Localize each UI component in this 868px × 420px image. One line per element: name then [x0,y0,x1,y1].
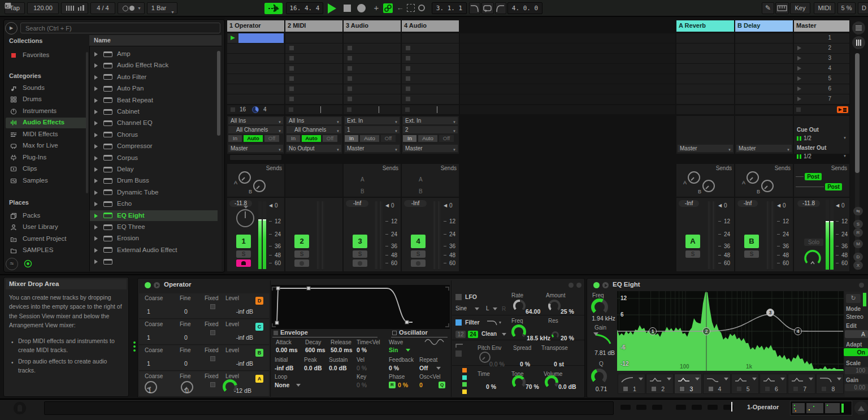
clip-slot[interactable] [344,94,401,104]
fader-handle-icon[interactable]: ◀ [777,203,783,209]
clip-play-button[interactable] [228,33,238,43]
track-header-3[interactable]: 3 Audio [344,20,401,32]
band-on-checkbox[interactable] [765,386,770,392]
loop-mode-selector[interactable]: None [275,382,304,389]
clip-detail-toggle-button[interactable] [854,401,868,415]
global-gain-field[interactable]: 0.00 [845,384,868,391]
arm-button[interactable] [236,259,251,267]
device-list-item-dynamic-tube[interactable]: Dynamic Tube [90,187,218,198]
output-selector[interactable]: Master▼ [345,145,400,152]
monitor-auto[interactable]: Auto [244,135,263,142]
sends-show-button[interactable]: S [853,220,863,228]
osc-indicator[interactable] [462,368,467,373]
computer-midi-keyboard-button[interactable] [775,2,789,14]
device-list-item-auto-filter[interactable]: Auto Filter [90,72,218,83]
output-selector[interactable]: Master▼ [403,145,458,152]
band-type-dropdown-icon[interactable] [809,378,813,380]
clip-slot[interactable] [227,84,284,94]
overdub-button[interactable]: D [858,2,868,14]
osc-select-b[interactable]: B [255,349,263,357]
solo-button[interactable]: S [685,250,700,258]
input-channel-selector[interactable]: All Channels▼ [228,126,283,133]
clip-slot[interactable] [227,44,284,53]
monitor-off[interactable]: Off [264,135,279,142]
solo-button[interactable]: S [236,250,251,258]
scene-slot[interactable]: 2 [794,44,849,53]
fader-handle-icon[interactable]: ◀ [444,203,449,209]
scene-slot[interactable]: 4 [794,64,849,73]
clip-slot[interactable] [285,74,342,84]
track-stop-row[interactable] [285,105,342,114]
sidebar-item-favorites[interactable]: Favorites [6,50,87,60]
clip-slot[interactable] [344,44,401,53]
clip-slot[interactable] [285,44,342,53]
metronome-icon[interactable] [61,2,88,14]
clip-slot[interactable] [227,64,284,73]
band-on-checkbox[interactable] [708,386,714,392]
return-activator[interactable]: A [685,235,700,248]
device-list-item-compressor[interactable]: Compressor [90,141,218,151]
band-type-dropdown-icon[interactable] [780,378,785,380]
envelope-display[interactable] [271,285,450,329]
clip-slot[interactable] [344,74,401,84]
filter-circuit-selector[interactable]: Clean [481,331,509,338]
clip-slot[interactable] [402,54,459,63]
volume-value[interactable]: -Inf [346,200,368,207]
monitor-in[interactable]: In [228,135,242,142]
monitor-auto[interactable]: Auto [360,135,379,142]
clip-slot[interactable] [227,54,284,63]
knob[interactable] [253,180,266,192]
device-list-item-audio-effect-rack[interactable]: Audio Effect Rack [90,60,218,71]
stop-all-clips-button[interactable] [837,106,848,113]
osc-indicator[interactable] [462,382,467,387]
loop-length-display[interactable]: 4. 0. 0 [507,2,542,14]
knob[interactable] [512,375,526,389]
band-on-checkbox[interactable] [793,386,798,392]
eq-band-cell-7[interactable]: 7 [788,374,815,394]
clip-slot[interactable] [227,74,284,84]
master-solo-button[interactable]: Solo [804,239,823,246]
loop-start-display[interactable]: 3. 1. 1 [432,2,467,14]
monitor-in[interactable]: In [287,135,300,142]
track-stop-row[interactable] [402,105,459,114]
sidebar-item-instruments[interactable]: Instruments [6,106,87,116]
track-header-4[interactable]: 4 Audio [402,20,459,32]
clip-slot[interactable] [285,54,342,63]
device-list-item-cabinet[interactable]: Cabinet [90,106,218,117]
band-type-dropdown-icon[interactable] [667,378,671,380]
time-signature-field[interactable]: 4 / 4 [90,2,115,14]
eq-band-cell-8[interactable]: 8 [816,374,844,394]
quantize-badge[interactable]: Q [439,382,445,388]
tempo-field[interactable]: 120.00 [27,2,59,14]
track-header-1[interactable]: 1 Operator [227,20,284,32]
device-settings-icon[interactable] [859,283,864,288]
device-hotswap-icon[interactable] [602,282,609,288]
cue-out-selector[interactable]: 1/2▼ [797,135,847,142]
knob[interactable] [747,171,759,184]
quantize-selector[interactable]: 1 Bar▼ [147,2,177,14]
volume-value[interactable]: -Inf [737,200,758,207]
monitor-in[interactable]: In [403,135,416,142]
volume-value[interactable]: -Inf [679,200,699,207]
sidebar-item-midi-effects[interactable]: MIDI Effects [6,129,87,140]
filter-on-checkbox[interactable] [455,319,462,326]
eq-band-node-4[interactable]: 4 [794,327,802,335]
clip-slot[interactable] [402,64,459,73]
scene-slot[interactable]: 3 [794,54,849,63]
sidebar-item-max-for-live[interactable]: Max for Live [6,141,87,151]
device-list-item-channel-eq[interactable]: Channel EQ [90,118,218,128]
knob[interactable] [479,352,491,363]
clip-slot[interactable] [344,33,401,43]
device-list-item-beat-repeat[interactable]: Beat Repeat [90,95,218,106]
pitch-on-checkbox[interactable] [455,350,462,357]
device-list-scrollbar[interactable] [217,51,220,136]
sidebar-item-drums[interactable]: Drums [6,94,87,105]
lfo-wave-selector[interactable]: Sine [455,305,483,313]
sidebar-item-audio-effects[interactable]: Audio Effects [6,118,87,128]
knob[interactable] [552,331,559,339]
eq-band-node-2[interactable]: 2 [702,327,710,335]
fixed-checkbox[interactable] [210,304,215,309]
punch-out-button[interactable] [495,2,506,14]
track-activator[interactable]: 2 [294,235,309,248]
track-stop-row[interactable] [344,105,401,114]
